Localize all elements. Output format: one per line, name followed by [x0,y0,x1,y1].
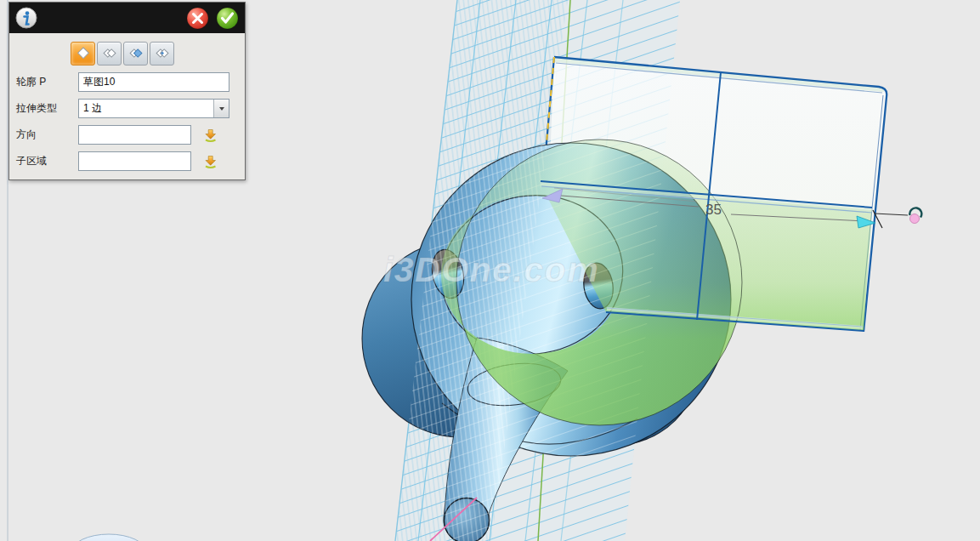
direction-label: 方向 [16,128,78,142]
extrude-type-row: 拉伸类型 1 边 [16,99,238,118]
profile-input[interactable] [78,72,229,92]
direction-input[interactable] [78,125,191,145]
extrude-add-button[interactable] [97,42,122,65]
dimension-drag-handle[interactable] [910,214,920,224]
diamond-base-icon [76,47,91,60]
info-icon[interactable] [15,7,37,29]
profile-row: 轮廓 P [16,72,238,92]
pick-arrow-icon[interactable] [203,154,218,169]
direction-row: 方向 [16,125,238,145]
extrude-type-label: 拉伸类型 [16,101,78,116]
confirm-icon[interactable] [216,7,239,30]
extrude-intersect-button[interactable] [150,42,174,65]
chevron-down-icon [219,107,224,111]
pick-arrow-icon[interactable] [203,128,218,143]
subregion-input[interactable] [78,151,191,171]
extrude-remove-button[interactable] [123,42,148,65]
subregion-label: 子区域 [16,154,78,168]
boolean-option-toolbar [71,42,245,65]
application-window: 35 i3DOne.com [0,0,980,541]
extrude-base-button[interactable] [71,42,95,65]
subregion-row: 子区域 [16,151,238,171]
extrude-type-dropdown[interactable]: 1 边 [78,99,229,118]
extrude-type-value: 1 边 [79,101,213,116]
diamond-add-icon [102,47,117,60]
cancel-icon[interactable] [186,7,209,30]
navigation-sphere[interactable] [71,534,146,541]
diamond-remove-icon [128,47,144,60]
dropdown-arrow-button[interactable] [213,100,229,117]
dialog-header [9,3,245,33]
profile-label: 轮廓 P [16,75,78,89]
dimension-value[interactable]: 35 [705,202,722,218]
extrude-dialog: 轮廓 P 拉伸类型 1 边 方向 子区域 [8,2,246,180]
watermark: i3DOne.com [383,250,599,289]
diamond-intersect-icon [155,47,170,60]
